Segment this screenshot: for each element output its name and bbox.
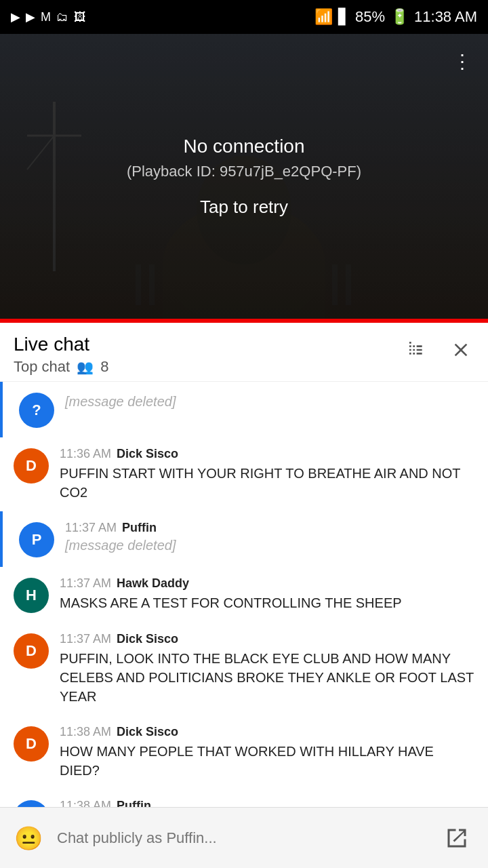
chat-header: Live chat Top chat 👥 8 <box>0 323 488 382</box>
message-time: 11:38 AM <box>60 725 111 739</box>
status-bar-right: 📶 ▋ 85% 🔋 11:38 AM <box>314 8 477 26</box>
message-meta: 11:38 AM Dick Sisco <box>60 725 474 739</box>
chat-message: H 11:37 AM Hawk Daddy MASKS ARE A TEST F… <box>0 567 488 623</box>
video-player[interactable]: ⋮ No connection (Playback ID: 957u7jB_e2… <box>0 34 488 319</box>
message-meta: 11:37 AM Puffin <box>65 521 474 535</box>
svg-rect-3 <box>163 264 325 319</box>
svg-rect-6 <box>136 264 141 305</box>
chat-message: D 11:38 AM Dick Sisco HOW MANY PEOPLE TH… <box>0 715 488 789</box>
wifi-icon: 📶 <box>314 8 333 26</box>
left-bar-indicator <box>0 382 3 437</box>
message-text: PUFFIN START WITH YOUR RIGHT TO BREATHE … <box>60 466 460 500</box>
image-icon: 🖼 <box>74 10 86 24</box>
participants-icon: 👥 <box>77 359 94 375</box>
signal-icon: ▋ <box>338 8 350 26</box>
chat-input-bar: 😐 <box>0 807 488 868</box>
battery-text: 85% <box>355 8 385 26</box>
chat-message: D 11:37 AM Dick Sisco PUFFIN, LOOK INTO … <box>0 623 488 715</box>
avatar: D <box>14 726 49 762</box>
status-bar: ▶ ▶ M 🗂 🖼 📶 ▋ 85% 🔋 11:38 AM <box>0 0 488 34</box>
message-body: [message deleted] <box>65 391 474 410</box>
battery-icon: 🔋 <box>390 8 409 26</box>
status-bar-left: ▶ ▶ M 🗂 🖼 <box>11 9 86 24</box>
message-text: MASKS ARE A TEST FOR CONTROLLING THE SHE… <box>60 595 402 610</box>
message-body: 11:38 AM Dick Sisco HOW MANY PEOPLE THAT… <box>60 725 474 780</box>
filter-icon <box>407 339 428 361</box>
svg-rect-7 <box>149 264 155 305</box>
svg-rect-9 <box>346 264 351 305</box>
playback-id-text: (Playback ID: 957u7jB_e2QPQ-PF) <box>127 163 361 180</box>
message-meta: 11:37 AM Hawk Daddy <box>60 576 474 591</box>
message-text: [message deleted] <box>65 538 176 553</box>
emoji-button[interactable]: 😐 <box>11 821 46 856</box>
message-meta: 11:37 AM Dick Sisco <box>60 632 474 646</box>
chat-header-right <box>404 334 474 366</box>
message-author: Hawk Daddy <box>117 576 189 591</box>
close-icon <box>450 339 472 361</box>
send-button[interactable] <box>436 821 477 856</box>
play-icon: ▶ <box>11 9 20 24</box>
close-button[interactable] <box>447 336 474 366</box>
message-author: Dick Sisco <box>117 725 178 739</box>
tap-retry-text[interactable]: Tap to retry <box>127 197 361 218</box>
app-icon-m: M <box>41 10 51 24</box>
chat-header-left: Live chat Top chat 👥 8 <box>14 334 108 376</box>
message-body: 11:37 AM Dick Sisco PUFFIN, LOOK INTO TH… <box>60 632 474 706</box>
avatar: ? <box>19 393 54 428</box>
message-body: 11:37 AM Hawk Daddy MASKS ARE A TEST FOR… <box>60 576 474 612</box>
video-error-content: No connection (Playback ID: 957u7jB_e2QP… <box>127 136 361 218</box>
no-connection-text: No connection <box>127 136 361 157</box>
message-time: 11:37 AM <box>60 632 111 646</box>
send-icon <box>445 826 469 850</box>
filter-button[interactable] <box>404 336 431 366</box>
participants-count: 8 <box>100 358 108 376</box>
message-text: HOW MANY PEOPLE THAT WORKED WITH HILLARY… <box>60 744 434 778</box>
message-body: 11:37 AM Puffin [message deleted] <box>65 521 474 553</box>
message-time: 11:36 AM <box>60 447 111 461</box>
top-chat-label[interactable]: Top chat <box>14 358 70 376</box>
chat-message: P 11:37 AM Puffin [message deleted] <box>0 511 488 567</box>
avatar: P <box>19 522 54 557</box>
folder-icon: 🗂 <box>56 10 68 24</box>
message-body: 11:36 AM Dick Sisco PUFFIN START WITH YO… <box>60 447 474 502</box>
emoji-icon: 😐 <box>14 825 43 852</box>
chat-input[interactable] <box>57 821 426 856</box>
avatar: D <box>14 448 49 484</box>
message-author: Dick Sisco <box>117 447 178 461</box>
chat-message: D 11:36 AM Dick Sisco PUFFIN START WITH … <box>0 437 488 511</box>
svg-rect-8 <box>332 264 338 305</box>
more-options-button[interactable]: ⋮ <box>447 45 477 78</box>
left-bar-indicator <box>0 511 3 567</box>
chat-message: ? [message deleted] <box>0 382 488 437</box>
message-text: PUFFIN, LOOK INTO THE BLACK EYE CLUB AND… <box>60 651 474 704</box>
message-author: Puffin <box>122 521 157 535</box>
avatar: H <box>14 578 49 613</box>
message-time: 11:37 AM <box>65 521 117 535</box>
message-meta: 11:36 AM Dick Sisco <box>60 447 474 461</box>
youtube-icon: ▶ <box>26 9 35 24</box>
chat-messages-list: ? [message deleted] D 11:36 AM Dick Sisc… <box>0 382 488 868</box>
time-display: 11:38 AM <box>414 8 477 26</box>
message-author: Dick Sisco <box>117 632 178 646</box>
top-chat-row: Top chat 👥 8 <box>14 358 108 376</box>
message-text: [message deleted] <box>65 394 176 409</box>
message-time: 11:37 AM <box>60 576 111 591</box>
live-chat-title: Live chat <box>14 334 108 355</box>
avatar: D <box>14 633 49 669</box>
